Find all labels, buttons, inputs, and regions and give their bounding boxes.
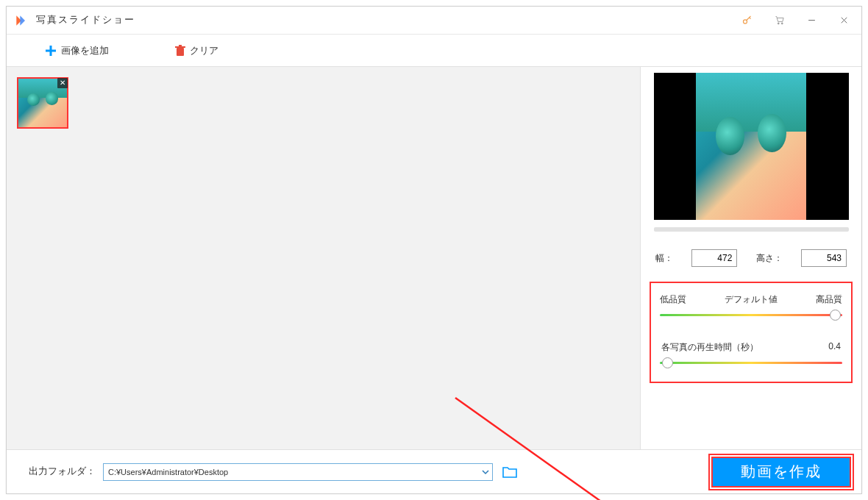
create-video-label: 動画を作成 — [741, 462, 822, 482]
add-image-label: 画像を追加 — [61, 44, 109, 57]
remove-thumbnail-button[interactable]: ✕ — [57, 78, 68, 88]
cart-button[interactable] — [763, 7, 795, 35]
close-button[interactable] — [828, 7, 860, 35]
preview-progress-track[interactable] — [654, 227, 849, 232]
output-path-text: C:¥Users¥Administrator¥Desktop — [108, 468, 482, 476]
plus-icon — [45, 45, 57, 57]
settings-highlight-box: 低品質 デフォルト値 高品質 各写真の再生時間（秒） 0.4 — [650, 282, 853, 383]
duration-slider[interactable] — [660, 358, 842, 368]
quality-high-label: 高品質 — [816, 293, 842, 306]
svg-point-0 — [743, 20, 747, 24]
chevron-down-icon — [482, 468, 489, 476]
duration-label: 各写真の再生時間（秒） — [661, 341, 758, 354]
svg-rect-9 — [175, 46, 185, 48]
svg-point-1 — [778, 23, 779, 24]
quality-default-label: デフォルト値 — [725, 293, 778, 306]
width-input[interactable] — [691, 249, 737, 267]
quality-slider[interactable] — [660, 310, 842, 321]
dimensions-row: 幅： 高さ： — [655, 249, 847, 267]
app-logo-icon — [14, 13, 29, 28]
bottom-bar: 出力フォルダ： C:¥Users¥Administrator¥Desktop 動… — [7, 449, 861, 493]
image-gallery[interactable]: ✕ — [7, 67, 641, 449]
preview-area — [654, 73, 849, 220]
window-title: 写真スライドショー — [36, 14, 135, 26]
folder-icon — [502, 466, 517, 478]
toolbar: 画像を追加 クリア — [7, 35, 861, 67]
key-button[interactable] — [730, 7, 763, 35]
thumbnail-item[interactable]: ✕ — [17, 77, 68, 129]
svg-rect-8 — [177, 48, 184, 56]
quality-low-label: 低品質 — [660, 293, 686, 306]
svg-point-2 — [781, 23, 783, 24]
quality-slider-thumb[interactable] — [830, 310, 841, 321]
svg-rect-10 — [179, 45, 182, 46]
duration-slider-thumb[interactable] — [662, 357, 673, 368]
app-window: 写真スライドショー 画像を追加 クリア ✕ — [6, 6, 862, 494]
duration-value: 0.4 — [828, 341, 841, 354]
height-label: 高さ： — [756, 252, 783, 265]
clear-label: クリア — [190, 44, 218, 57]
width-label: 幅： — [655, 252, 673, 265]
minimize-button[interactable] — [795, 7, 828, 35]
add-image-button[interactable]: 画像を追加 — [45, 44, 109, 57]
preview-image — [696, 73, 806, 220]
height-input[interactable] — [801, 249, 847, 267]
output-folder-label: 出力フォルダ： — [29, 465, 96, 478]
browse-folder-button[interactable] — [502, 464, 518, 480]
trash-icon — [175, 45, 185, 57]
output-path-dropdown[interactable]: C:¥Users¥Administrator¥Desktop — [103, 463, 493, 481]
titlebar: 写真スライドショー — [7, 7, 861, 35]
create-video-button[interactable]: 動画を作成 — [711, 457, 851, 488]
clear-button[interactable]: クリア — [175, 44, 218, 57]
side-panel: 幅： 高さ： 低品質 デフォルト値 高品質 各写真の再生時間（秒） 0.4 — [641, 67, 861, 449]
